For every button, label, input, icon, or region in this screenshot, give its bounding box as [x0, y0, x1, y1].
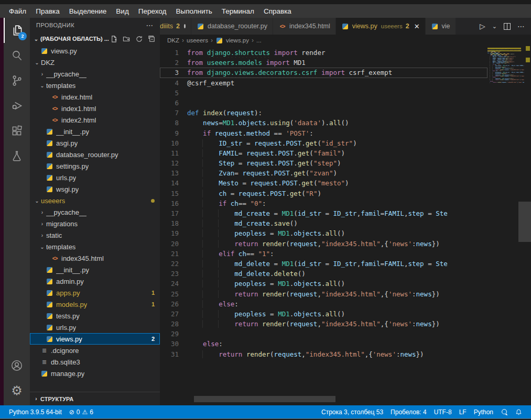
code-line-12: 12 Step = request.POST.get("step") [160, 158, 487, 168]
tree-item--pycache-[interactable]: ›__pycache__ [30, 68, 160, 80]
code-line-7: 7def index(request): [160, 108, 487, 118]
problems-indicator[interactable]: ⊘ 0 ⚠ 6 [66, 405, 97, 418]
tree-item-static[interactable]: ›static [30, 229, 160, 241]
breadcrumb[interactable]: DKZ›useeers›views.py›... [160, 35, 531, 46]
tree-item-database-roouter-py[interactable]: database_roouter.py [30, 149, 160, 160]
python-file-icon [40, 370, 48, 378]
split-editor-button[interactable] [504, 23, 511, 30]
tree-item-templates[interactable]: ⌄templates [30, 80, 160, 91]
breadcrumb-item[interactable]: DKZ [167, 37, 179, 43]
editor-more-actions-button[interactable]: ⋯ [517, 22, 525, 30]
menu-item-терминал[interactable]: Терминал [217, 4, 259, 18]
breadcrumb-item[interactable]: views.py [226, 37, 249, 43]
sidebar-more-actions-button[interactable]: ⋯ [146, 21, 154, 29]
sidebar-item-extensions[interactable] [4, 118, 30, 143]
tree-item-views-py[interactable]: views.py [30, 45, 160, 57]
problems-badge: 1 [151, 290, 155, 296]
tree-item-admin-py[interactable]: admin.py [30, 275, 160, 287]
collapse-all-button[interactable] [148, 35, 156, 43]
tree-item-migrations[interactable]: ›migrations [30, 218, 160, 229]
new-file-button[interactable] [110, 35, 118, 43]
line-number: 20 [160, 239, 187, 249]
tree-item--init-py[interactable]: __init__.py [30, 126, 160, 137]
code-line-6: 6 [160, 98, 487, 108]
line-number: 30 [160, 339, 187, 349]
menu-item-вид[interactable]: Вид [111, 4, 133, 18]
tree-item-templates[interactable]: ⌄templates [30, 241, 160, 252]
error-count: 0 [77, 408, 80, 416]
new-folder-button[interactable] [123, 35, 131, 43]
python-interpreter-selector[interactable]: Python 3.9.5 64-bit [5, 405, 66, 418]
cursor-position[interactable]: Строка 3, столбец 53 [318, 405, 387, 418]
code-line-20: 20 return render(request,"index345.html"… [160, 239, 487, 249]
horizontal-scrollbar-thumb[interactable] [194, 396, 335, 402]
line-number: 5 [160, 88, 187, 98]
indentation-setting[interactable]: Пробелов: 4 [387, 405, 430, 418]
outline-section-header[interactable]: › СТРУКТУРА [30, 392, 160, 405]
vertical-scrollbar-thumb[interactable] [518, 202, 531, 242]
code-line-15: 15 ch = request.POST.get("R") [160, 189, 487, 198]
tree-item-models-py[interactable]: models.py1 [30, 299, 160, 310]
run-button[interactable]: ▷ [480, 22, 485, 30]
tree-item-useeers[interactable]: ⌄useeers [30, 195, 160, 206]
language-mode[interactable]: Python [470, 405, 497, 418]
notifications-button[interactable] [512, 405, 526, 418]
feedback-button[interactable] [497, 405, 512, 418]
run-dropdown-chevron-icon[interactable]: ⌄ [492, 23, 497, 30]
tree-item-asgi-py[interactable]: asgi.py [30, 137, 160, 149]
tree-item--init-py[interactable]: __init__.py [30, 264, 160, 275]
tree-item--pycache-[interactable]: ›__pycache__ [30, 206, 160, 218]
sidebar-item-search[interactable] [4, 43, 30, 68]
breadcrumb-item[interactable]: ... [256, 37, 262, 43]
tree-item-index-html[interactable]: <>index.html [30, 91, 160, 103]
tree-item-apps-py[interactable]: apps.py1 [30, 287, 160, 299]
tab-database-roouter-py[interactable]: database_roouter.py [191, 18, 273, 35]
minimap[interactable]: from django.shortcuts import renderfrom … [487, 48, 524, 84]
tree-item-urls-py[interactable]: urls.py [30, 172, 160, 183]
settings-button[interactable]: ⚙ [4, 378, 30, 403]
code-line-11: 11 FAMIL= request.POST.get("famil") [160, 148, 487, 158]
warning-icon: ⚠ [82, 408, 88, 416]
menu-item-правка[interactable]: Правка [31, 4, 64, 18]
menu-item-переход[interactable]: Переход [134, 4, 171, 18]
eol-setting[interactable]: LF [456, 405, 470, 418]
tree-item-label: __pycache__ [46, 70, 86, 78]
tab-vie[interactable]: vie [426, 18, 456, 35]
account-button[interactable] [4, 353, 30, 378]
sidebar-item-explorer[interactable]: 2 [4, 18, 30, 43]
code-editor[interactable]: 1from django.shortcuts import render2fro… [160, 46, 531, 405]
encoding-setting[interactable]: UTF-8 [430, 405, 456, 418]
tree-item-index345-html[interactable]: <>index345.html [30, 252, 160, 264]
run-debug-icon [10, 99, 24, 113]
tree-item-wsgi-py[interactable]: wsgi.py [30, 183, 160, 195]
sidebar-item-source-control[interactable] [4, 68, 30, 93]
tab-index345-html[interactable]: <>index345.html [273, 18, 336, 35]
menu-item-выполнить[interactable]: Выполнить [171, 4, 216, 18]
tab-diiits[interactable]: diiits2 [160, 18, 191, 35]
code-line-25: 25 return render(request,"index345.html"… [160, 289, 487, 299]
tab-views-py[interactable]: views.pyuseeers2✕ [336, 18, 426, 35]
menu-item-справка[interactable]: Справка [259, 4, 296, 18]
tree-item-settings-py[interactable]: settings.py [30, 160, 160, 172]
close-icon[interactable]: ✕ [414, 23, 420, 30]
sidebar-item-run-debug[interactable] [4, 93, 30, 118]
sidebar-item-testing[interactable] [4, 143, 30, 169]
tree-item-index2-html[interactable]: <>index2.html [30, 114, 160, 126]
sidebar-title: ПРОВОДНИК [36, 22, 74, 28]
tree-item-tests-py[interactable]: tests.py [30, 310, 160, 322]
tree-item-index1-html[interactable]: <>index1.html [30, 103, 160, 114]
breadcrumb-item[interactable]: useeers [187, 37, 208, 43]
tree-item-dkz[interactable]: ⌄DKZ [30, 57, 160, 68]
tree-item-urls-py[interactable]: urls.py [30, 322, 160, 333]
tree-item-label: index345.html [61, 255, 104, 262]
menu-item-файл[interactable]: Файл [4, 4, 31, 18]
workspace-section-header[interactable]: ⌄ (РАБОЧАЯ ОБЛАСТЬ) ... [30, 32, 160, 45]
refresh-button[interactable] [135, 35, 143, 43]
tree-item--dcignore[interactable]: ≣.dcignore [30, 345, 160, 356]
tree-item-db-sqlite3[interactable]: ≣db.sqlite3 [30, 356, 160, 368]
menu-item-выделение[interactable]: Выделение [64, 4, 112, 18]
tree-item-views-py[interactable]: views.py2 [30, 333, 160, 345]
code-line-5: 5 [160, 88, 487, 98]
tree-item-manage-py[interactable]: manage.py [30, 368, 160, 379]
code-line-24: 24 peopless = MD1.objects.all() [160, 279, 487, 289]
